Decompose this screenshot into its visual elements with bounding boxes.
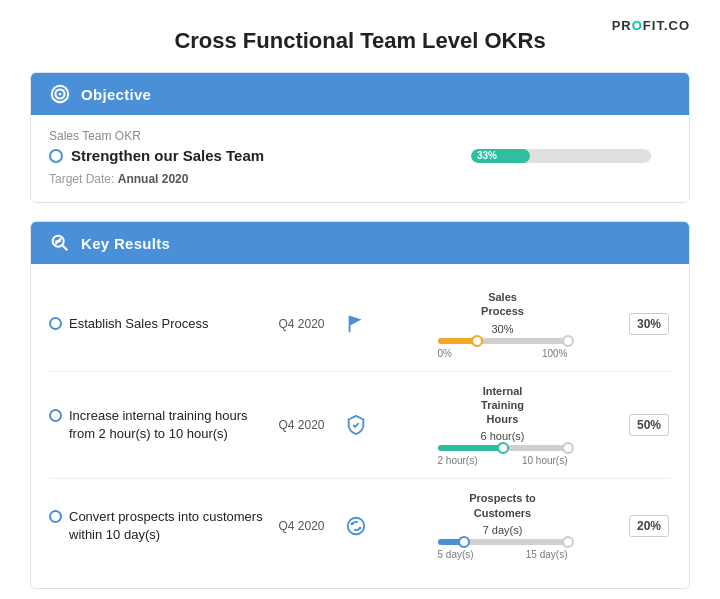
kr-slider-thumb <box>458 536 470 548</box>
kr-icon-col <box>334 409 378 441</box>
kr-percent-badge: 30% <box>629 313 669 335</box>
kr-header: Key Results <box>31 222 689 264</box>
kr-slider-end-thumb <box>562 442 574 454</box>
shield-icon <box>345 414 367 436</box>
kr-date: Q4 2020 <box>269 519 334 533</box>
kr-title-col: Convert prospects into customers within … <box>49 508 269 544</box>
kr-current-label: 6 hour(s) <box>480 430 524 442</box>
kr-metric-col: InternalTrainingHours 6 hour(s) 2 hour(s… <box>378 384 627 467</box>
kr-metric-label: InternalTrainingHours <box>481 384 524 427</box>
objective-title: Strengthen our Sales Team <box>71 147 264 164</box>
kr-range-min: 5 day(s) <box>438 549 474 560</box>
kr-icon <box>49 232 71 254</box>
kr-current-label: 7 day(s) <box>483 524 523 536</box>
kr-title-wrap: Increase internal training hours from 2 … <box>49 407 269 443</box>
kr-title-wrap: Convert prospects into customers within … <box>49 508 269 544</box>
kr-percent-col: 20% <box>627 515 671 537</box>
kr-slider-fill <box>438 445 503 451</box>
kr-percent-badge: 20% <box>629 515 669 537</box>
kr-date: Q4 2020 <box>269 418 334 432</box>
brand-logo: PROFIT.CO <box>612 18 690 33</box>
kr-range-min: 2 hour(s) <box>438 455 478 466</box>
kr-circle-icon <box>49 409 62 422</box>
kr-title-wrap: Establish Sales Process <box>49 315 269 333</box>
kr-slider-area: 7 day(s) 5 day(s) 15 day(s) <box>382 524 623 560</box>
kr-circle-icon <box>49 510 62 523</box>
team-label: Sales Team OKR <box>49 129 671 143</box>
kr-title: Convert prospects into customers within … <box>69 508 269 544</box>
kr-slider-end-thumb <box>562 335 574 347</box>
page-title: Cross Functional Team Level OKRs <box>30 28 690 54</box>
kr-slider-track <box>438 445 568 451</box>
objective-body: Sales Team OKR Strengthen our Sales Team… <box>31 115 689 202</box>
objective-circle-icon <box>49 149 63 163</box>
kr-slider-thumb <box>497 442 509 454</box>
svg-line-4 <box>62 245 67 250</box>
objective-icon <box>49 83 71 105</box>
kr-range-max: 10 hour(s) <box>522 455 568 466</box>
kr-title-col: Establish Sales Process <box>49 315 269 333</box>
progress-label: 33% <box>471 149 497 163</box>
kr-slider-track <box>438 539 568 545</box>
svg-point-7 <box>348 518 365 535</box>
target-date-label: Target Date: <box>49 172 114 186</box>
kr-circle-icon <box>49 317 62 330</box>
kr-slider-area: 30% 0% 100% <box>382 323 623 359</box>
target-date: Target Date: Annual 2020 <box>49 172 671 186</box>
objective-header-label: Objective <box>81 86 151 103</box>
objective-row: Strengthen our Sales Team 33% <box>49 147 671 164</box>
kr-slider-end-thumb <box>562 536 574 548</box>
kr-percent-col: 30% <box>627 313 671 335</box>
kr-row: Establish Sales Process Q4 2020 SalesPro… <box>49 278 671 372</box>
kr-percent-col: 50% <box>627 414 671 436</box>
kr-range-labels: 5 day(s) 15 day(s) <box>438 549 568 560</box>
objective-header: Objective <box>31 73 689 115</box>
kr-current-label: 30% <box>491 323 513 335</box>
brand-text: PR <box>612 18 632 33</box>
kr-row: Increase internal training hours from 2 … <box>49 372 671 480</box>
kr-row: Convert prospects into customers within … <box>49 479 671 572</box>
kr-type-icon <box>340 510 372 542</box>
objective-progress: 33% <box>471 149 671 163</box>
kr-metric-label: SalesProcess <box>481 290 524 319</box>
kr-title-col: Increase internal training hours from 2 … <box>49 407 269 443</box>
kr-slider-track <box>438 338 568 344</box>
kr-range-max: 15 day(s) <box>526 549 568 560</box>
kr-slider-thumb <box>471 335 483 347</box>
objective-card: Objective Sales Team OKR Strengthen our … <box>30 72 690 203</box>
flag-icon <box>345 313 367 335</box>
progress-bar-bg: 33% <box>471 149 651 163</box>
kr-slider-area: 6 hour(s) 2 hour(s) 10 hour(s) <box>382 430 623 466</box>
kr-range-labels: 2 hour(s) 10 hour(s) <box>438 455 568 466</box>
kr-title: Increase internal training hours from 2 … <box>69 407 269 443</box>
kr-type-icon <box>340 308 372 340</box>
kr-card: Key Results Establish Sales Process Q4 2… <box>30 221 690 589</box>
kr-type-icon <box>340 409 372 441</box>
kr-body: Establish Sales Process Q4 2020 SalesPro… <box>31 264 689 588</box>
kr-range-min: 0% <box>438 348 452 359</box>
kr-metric-label: Prospects toCustomers <box>469 491 536 520</box>
exchange-icon <box>345 515 367 537</box>
kr-range-labels: 0% 100% <box>438 348 568 359</box>
target-date-value: Annual 2020 <box>118 172 189 186</box>
objective-title-wrap: Strengthen our Sales Team <box>49 147 264 164</box>
kr-percent-badge: 50% <box>629 414 669 436</box>
kr-icon-col <box>334 308 378 340</box>
kr-icon-col <box>334 510 378 542</box>
kr-range-max: 100% <box>542 348 568 359</box>
kr-date: Q4 2020 <box>269 317 334 331</box>
kr-title: Establish Sales Process <box>69 315 208 333</box>
kr-metric-col: Prospects toCustomers 7 day(s) 5 day(s) … <box>378 491 627 560</box>
kr-header-label: Key Results <box>81 235 170 252</box>
brand-o: O <box>632 18 643 33</box>
kr-metric-col: SalesProcess 30% 0% 100% <box>378 290 627 359</box>
svg-point-2 <box>59 93 62 96</box>
